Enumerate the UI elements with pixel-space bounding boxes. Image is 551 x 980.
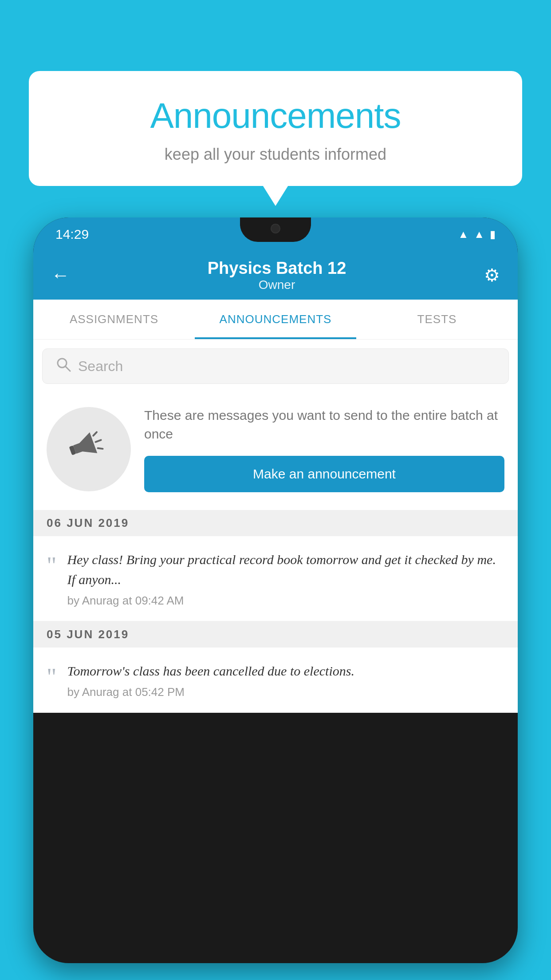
- settings-button[interactable]: ⚙: [484, 265, 500, 285]
- announcement-item-1[interactable]: " Hey class! Bring your practical record…: [33, 536, 518, 621]
- promo-description: These are messages you want to send to t…: [144, 406, 504, 443]
- announcement-author-2: by Anurag at 05:42 PM: [67, 685, 504, 699]
- date-separator-2: 05 JUN 2019: [33, 621, 518, 648]
- tab-announcements[interactable]: ANNOUNCEMENTS: [195, 300, 356, 339]
- back-button[interactable]: ←: [51, 265, 70, 286]
- bubble-title: Announcements: [55, 95, 496, 136]
- battery-icon: ▮: [490, 228, 496, 241]
- announcement-content-2: Tomorrow's class has been cancelled due …: [67, 661, 504, 699]
- megaphone-icon: [62, 419, 116, 479]
- search-icon: [56, 357, 71, 375]
- header-subtitle: Owner: [70, 278, 484, 292]
- announcement-text-1: Hey class! Bring your practical record b…: [67, 549, 504, 589]
- announcement-author-1: by Anurag at 09:42 AM: [67, 594, 504, 608]
- header-title-area: Physics Batch 12 Owner: [70, 259, 484, 292]
- bubble-subtitle: keep all your students informed: [55, 145, 496, 164]
- make-announcement-button[interactable]: Make an announcement: [144, 456, 504, 492]
- announcement-item-2[interactable]: " Tomorrow's class has been cancelled du…: [33, 648, 518, 713]
- speech-bubble-section: Announcements keep all your students inf…: [29, 71, 522, 186]
- search-bar[interactable]: Search: [42, 348, 509, 384]
- quote-icon-2: ": [47, 664, 56, 689]
- promo-icon-circle: [47, 407, 131, 491]
- phone-frame: 14:29 ▲ ▲ ▮ ← Physics Batch 12 Owner ⚙ A…: [33, 217, 518, 963]
- tabs-bar: ASSIGNMENTS ANNOUNCEMENTS TESTS: [33, 300, 518, 340]
- date-separator-1: 06 JUN 2019: [33, 510, 518, 536]
- search-placeholder: Search: [78, 358, 123, 375]
- svg-line-4: [93, 432, 98, 436]
- phone-container: 14:29 ▲ ▲ ▮ ← Physics Batch 12 Owner ⚙ A…: [33, 217, 518, 980]
- signal-icon: ▲: [474, 228, 484, 241]
- promo-card: These are messages you want to send to t…: [33, 393, 518, 510]
- quote-icon-1: ": [47, 553, 56, 577]
- announcement-content-1: Hey class! Bring your practical record b…: [67, 549, 504, 608]
- tab-assignments[interactable]: ASSIGNMENTS: [33, 300, 195, 339]
- status-time: 14:29: [55, 227, 89, 242]
- camera-dot: [271, 224, 280, 233]
- svg-line-6: [98, 447, 103, 450]
- svg-line-1: [66, 367, 70, 371]
- phone-notch: [240, 217, 311, 242]
- header-title: Physics Batch 12: [70, 259, 484, 278]
- phone-screen: Search These are m: [33, 340, 518, 713]
- promo-content: These are messages you want to send to t…: [144, 406, 504, 492]
- wifi-icon: ▲: [458, 228, 468, 241]
- speech-bubble: Announcements keep all your students inf…: [29, 71, 522, 186]
- tab-tests[interactable]: TESTS: [356, 300, 518, 339]
- status-icons: ▲ ▲ ▮: [458, 228, 496, 241]
- announcement-text-2: Tomorrow's class has been cancelled due …: [67, 661, 504, 681]
- app-header: ← Physics Batch 12 Owner ⚙: [33, 251, 518, 300]
- svg-line-5: [95, 440, 101, 442]
